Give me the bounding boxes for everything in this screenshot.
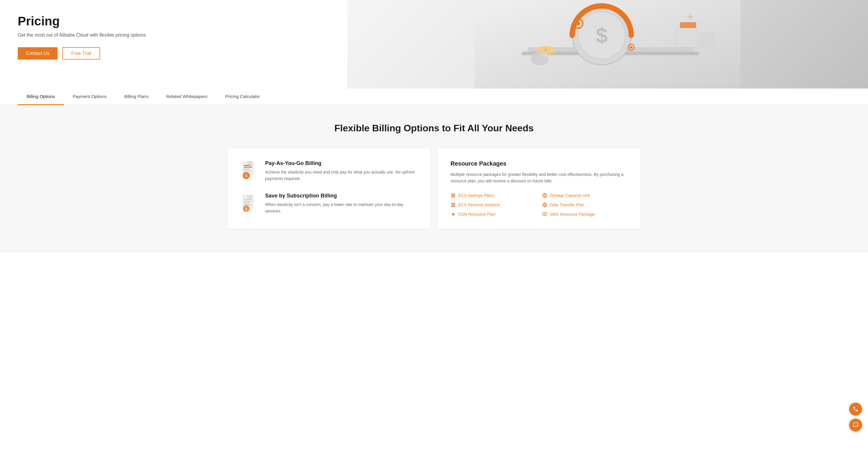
ecs-savings-icon — [451, 193, 456, 198]
svg-point-17 — [630, 46, 632, 48]
sms-resource-label: SMS Resource Package — [550, 212, 595, 217]
payg-icon-svg: $ — [240, 160, 259, 179]
illustration-svg: $ $ + — [347, 0, 868, 89]
svg-text:$: $ — [245, 173, 247, 178]
svg-text:+: + — [687, 10, 693, 23]
billing-item-subscription: $ Save by Subscription Billing When elas… — [240, 193, 417, 215]
hero-subtitle: Get the most out of Alibaba Cloud with f… — [18, 32, 195, 38]
svg-rect-45 — [451, 204, 455, 205]
payg-text: Pay-As-You-Go Billing Achieve the elasti… — [265, 160, 417, 182]
billing-item-payg: $ Pay-As-You-Go Billing Achieve the elas… — [240, 160, 417, 182]
nav-tabs: Billing Options Payment Options Billing … — [0, 89, 868, 105]
svg-text:$: $ — [545, 48, 547, 52]
billing-options-card: $ Pay-As-You-Go Billing Achieve the elas… — [227, 149, 430, 229]
hero-buttons: Contact Us Free Trial — [18, 47, 195, 60]
data-transfer-label: Data Transfer Plan — [550, 202, 584, 207]
tab-billing-plans[interactable]: Billing Plans — [116, 89, 157, 105]
subscription-desc: When elasticity isn't a concern, pay a l… — [265, 201, 417, 215]
svg-rect-39 — [451, 197, 455, 197]
hero-content: Pricing Get the most out of Alibaba Clou… — [18, 14, 195, 60]
svg-rect-53 — [542, 212, 547, 216]
svg-rect-23 — [244, 168, 249, 169]
section-title: Flexible Billing Options to Fit All Your… — [18, 123, 850, 134]
svg-rect-31 — [244, 201, 251, 202]
svg-rect-33 — [244, 204, 252, 205]
svg-rect-38 — [451, 195, 455, 196]
svg-point-15 — [542, 53, 548, 59]
resource-packages-card: Resource Packages Multiple resource pack… — [438, 149, 641, 229]
svg-rect-29 — [247, 195, 252, 199]
svg-point-41 — [544, 195, 546, 196]
svg-rect-20 — [247, 161, 252, 166]
data-transfer-icon — [542, 202, 547, 207]
cdn-resource-label: CDN Resource Plan — [458, 212, 495, 217]
svg-point-7 — [576, 22, 580, 25]
ecs-reserve-label: ECS Reserve Instance — [458, 202, 500, 207]
hero-illustration: $ $ + — [347, 0, 868, 89]
resource-packages-title: Resource Packages — [451, 160, 628, 167]
svg-rect-32 — [244, 203, 250, 204]
svg-rect-46 — [451, 206, 455, 207]
ecs-reserve-icon — [451, 202, 456, 207]
hero-section: Pricing Get the most out of Alibaba Clou… — [0, 0, 868, 89]
main-content: Flexible Billing Options to Fit All Your… — [0, 105, 868, 253]
svg-rect-21 — [244, 165, 250, 166]
cdn-resource-icon — [451, 211, 456, 217]
svg-text:$: $ — [596, 24, 608, 47]
link-sms-resource-package[interactable]: SMS Resource Package — [542, 211, 628, 217]
page-title: Pricing — [18, 14, 195, 28]
subscription-text: Save by Subscription Billing When elasti… — [265, 193, 417, 215]
link-storage-capacity-unit[interactable]: Storage Capacity Unit — [542, 193, 628, 198]
storage-capacity-label: Storage Capacity Unit — [550, 193, 590, 198]
link-ecs-reserve-instance[interactable]: ECS Reserve Instance — [451, 202, 536, 207]
link-ecs-savings-plans[interactable]: ECS Savings Plans — [451, 193, 536, 198]
svg-rect-30 — [244, 199, 252, 200]
svg-rect-22 — [244, 167, 252, 168]
svg-text:$: $ — [245, 207, 247, 211]
svg-rect-8 — [676, 27, 696, 47]
payg-icon: $ — [240, 160, 259, 179]
cards-grid: $ Pay-As-You-Go Billing Achieve the elas… — [227, 149, 641, 229]
svg-rect-24 — [244, 170, 251, 171]
resource-links: ECS Savings Plans Storage Capacity Unit — [451, 193, 628, 217]
link-data-transfer-plan[interactable]: Data Transfer Plan — [542, 202, 628, 207]
contact-us-button[interactable]: Contact Us — [18, 47, 58, 60]
tab-payment-options[interactable]: Payment Options — [64, 89, 116, 105]
tab-billing-options[interactable]: Billing Options — [18, 89, 64, 105]
svg-rect-10 — [699, 32, 714, 47]
storage-capacity-icon — [542, 193, 547, 198]
payg-title: Pay-As-You-Go Billing — [265, 160, 417, 166]
tab-pricing-calculator[interactable]: Pricing Calculator — [216, 89, 269, 105]
sms-resource-icon — [542, 211, 547, 217]
subscription-title: Save by Subscription Billing — [265, 193, 417, 199]
svg-rect-9 — [680, 22, 696, 28]
subscription-icon-svg: $ — [240, 193, 259, 211]
resource-packages-desc: Multiple resource packages for greater f… — [451, 171, 628, 185]
illustration-bg: $ $ + — [347, 0, 868, 89]
payg-desc: Achieve the elasticity you need and only… — [265, 169, 417, 182]
svg-rect-37 — [451, 194, 455, 195]
link-cdn-resource-plan[interactable]: CDN Resource Plan — [451, 211, 536, 217]
svg-rect-44 — [451, 203, 455, 204]
ecs-savings-label: ECS Savings Plans — [458, 193, 494, 198]
subscription-icon: $ — [240, 193, 259, 211]
free-trial-button[interactable]: Free Trial — [62, 47, 100, 60]
tab-related-whitepapers[interactable]: Related Whitepapers — [157, 89, 216, 105]
